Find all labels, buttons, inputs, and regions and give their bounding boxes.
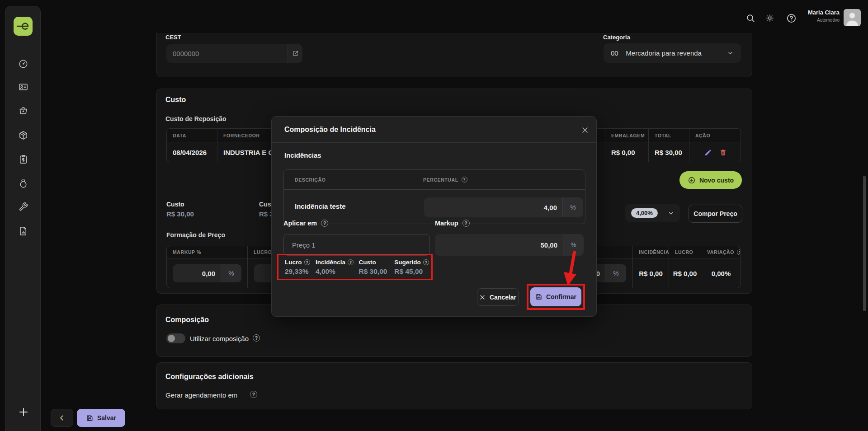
composicao-help-icon[interactable]	[253, 334, 260, 342]
modal-header: Composição de Incidência	[272, 117, 596, 143]
variacao-help-icon[interactable]	[737, 249, 741, 255]
lucro-value: R$ 0,00	[669, 258, 701, 288]
sidebar-item-tools[interactable]	[18, 201, 29, 212]
compor-preco-button[interactable]: Compor Preço	[689, 205, 742, 223]
agendamento-help-icon[interactable]	[250, 391, 257, 398]
composicao-incidencia-modal: Composição de Incidência Incidências DES…	[271, 116, 597, 317]
percentual-header: PERCENTUAL	[423, 177, 458, 183]
cest-external-link-icon[interactable]	[288, 44, 302, 63]
add-button[interactable]	[18, 406, 29, 417]
sidebar	[5, 6, 41, 431]
avatar[interactable]	[844, 9, 861, 26]
custo-stat-value: R$ 30,00	[166, 210, 194, 218]
summary-sugerido: Sugerido R$ 45,00	[394, 259, 431, 279]
cost-col-total: TOTAL	[648, 129, 689, 142]
categoria-label: Categoria	[603, 34, 630, 41]
incidencias-label: Incidências	[284, 151, 321, 159]
salvar-label: Salvar	[97, 414, 116, 422]
categoria-select[interactable]: 00 – Mercadoria para revenda	[604, 43, 741, 63]
sidebar-item-contacts[interactable]	[18, 81, 29, 93]
markup-label: Markup	[435, 220, 458, 227]
sidebar-item-billing[interactable]	[18, 154, 29, 165]
price-col-variacao: VARIAÇÃO	[707, 249, 734, 255]
edit-pencil-icon[interactable]	[704, 149, 712, 156]
close-icon[interactable]	[579, 124, 591, 136]
scrollbar-thumb[interactable]	[863, 176, 866, 311]
variacao-value: 0,00%	[701, 258, 741, 288]
user-menu[interactable]: Maria Clara Automotivo	[791, 9, 840, 23]
cost-col-data: DATA	[167, 129, 217, 142]
user-role: Automotivo	[791, 18, 840, 23]
categoria-value: 00 – Mercadoria para revenda	[611, 49, 727, 57]
percentual-help-icon[interactable]	[462, 177, 467, 183]
markup-input[interactable]: 0,00 %	[173, 264, 241, 282]
price-col-lucro: LUCRO	[669, 246, 701, 258]
plus-circle-icon	[688, 176, 696, 184]
user-name: Maria Clara	[791, 9, 840, 16]
cancelar-button[interactable]: Cancelar	[477, 288, 519, 306]
compor-preco-label: Compor Preço	[693, 210, 737, 217]
cost-cell-embalagem: R$ 0,00	[605, 142, 648, 162]
incidencia-percentual-input[interactable]: 4,00 %	[424, 197, 583, 217]
markup-modal-input[interactable]: 50,00 %	[435, 234, 584, 256]
agendamento-label: Gerar agendamento em	[165, 391, 237, 399]
summary-lucro: Lucro 29,33%	[285, 259, 316, 279]
incidencia-chip: 4,00%	[631, 208, 658, 218]
sidebar-item-reports[interactable]	[18, 225, 29, 237]
back-button[interactable]	[51, 409, 73, 427]
utilizar-composicao-label: Utilizar composição	[190, 335, 249, 342]
summary-strip: Lucro 29,33% Incidência 4,00% Custo R$ 3…	[277, 254, 433, 280]
percent-suffix: %	[221, 264, 241, 282]
incidencia-value: R$ 0,00	[632, 258, 669, 288]
aplicar-em-input[interactable]: Preço 1	[283, 234, 430, 256]
delete-trash-icon[interactable]	[719, 149, 727, 156]
utilizar-composicao-toggle[interactable]	[166, 333, 185, 343]
sidebar-item-sales[interactable]	[18, 105, 29, 116]
sidebar-item-dashboard[interactable]	[18, 58, 29, 70]
descricao-header: DESCRIÇÃO	[284, 177, 326, 183]
summary-incidencia: Incidência 4,00%	[316, 259, 359, 279]
cost-cell-total: R$ 30,00	[648, 142, 689, 162]
chevron-down-icon	[668, 210, 674, 216]
cost-cell-data: 08/04/2026	[167, 142, 217, 162]
lucro-help-icon[interactable]	[304, 259, 310, 265]
cest-input[interactable]: 0000000	[166, 44, 288, 63]
confirmar-button[interactable]: Confirmar	[530, 287, 581, 306]
incidencia-help-icon[interactable]	[348, 259, 354, 265]
incidencias-table: DESCRIÇÃO PERCENTUAL Incidência teste 4,…	[283, 169, 585, 224]
theme-sun-icon[interactable]	[764, 12, 776, 24]
incidencia-descricao: Incidência teste	[295, 202, 346, 210]
aplicar-em-label: Aplicar em	[283, 220, 317, 227]
logo[interactable]	[14, 17, 33, 36]
incidencia-row: Incidência teste 4,00 %	[284, 190, 585, 224]
app-root: Maria Clara Automotivo	[0, 0, 868, 431]
novo-custo-button[interactable]: Novo custo	[679, 171, 742, 189]
search-icon[interactable]	[744, 12, 757, 24]
sidebar-item-products[interactable]	[18, 130, 29, 141]
custo-title: Custo	[165, 96, 186, 104]
summary-custo: Custo R$ 30,00	[359, 259, 394, 279]
novo-custo-label: Novo custo	[699, 177, 734, 184]
cancelar-label: Cancelar	[490, 294, 516, 301]
sidebar-item-finance[interactable]	[18, 178, 29, 189]
salvar-button[interactable]: Salvar	[77, 409, 125, 427]
markup-help-icon[interactable]	[462, 220, 470, 227]
cost-col-acao: AÇÃO	[689, 129, 741, 142]
formacao-preco-label: Formação de Preço	[166, 231, 225, 239]
cost-col-embalagem: EMBALAGEM	[605, 129, 648, 142]
cest-field: 0000000	[166, 44, 302, 63]
aplicar-em-help-icon[interactable]	[321, 220, 328, 227]
price-col-markup: MARKUP %	[167, 246, 247, 258]
incidencia-select[interactable]: 4,00%	[625, 204, 680, 222]
confirmar-label: Confirmar	[546, 293, 576, 300]
topbar: Maria Clara Automotivo	[0, 0, 868, 33]
modal-title: Composição de Incidência	[284, 126, 376, 134]
sugerido-help-icon[interactable]	[423, 259, 429, 265]
save-floppy-icon	[86, 414, 94, 422]
save-floppy-icon	[535, 293, 542, 300]
config-card: Configurações adicionais Gerar agendamen…	[156, 362, 752, 409]
config-title: Configurações adicionais	[165, 373, 254, 381]
price-col-incidencia: INCIDÊNCIA	[632, 246, 669, 258]
cest-label: CEST	[165, 34, 181, 41]
x-icon	[479, 294, 486, 300]
